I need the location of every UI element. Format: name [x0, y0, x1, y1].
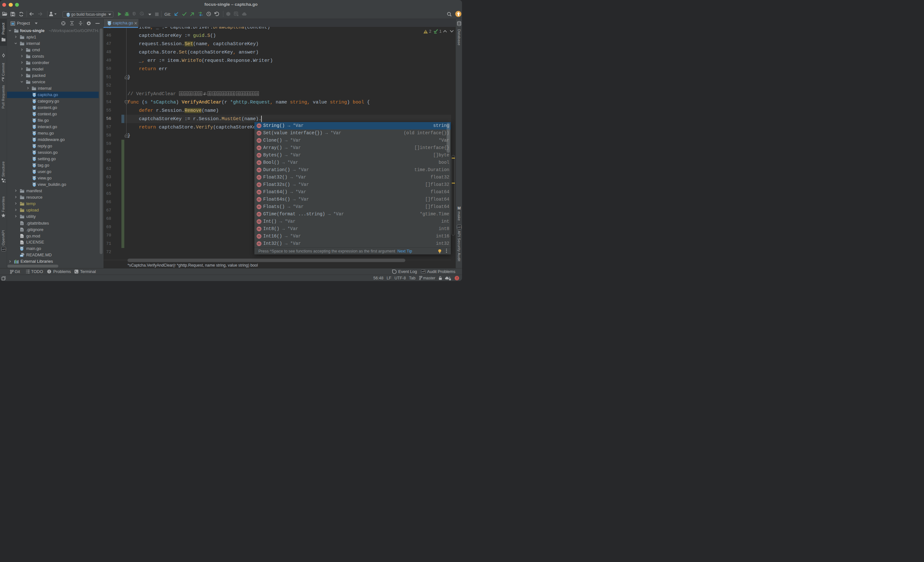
svg-text:/API: /API [2, 248, 6, 250]
svg-text:MD: MD [20, 255, 23, 257]
svg-text:/API: /API [422, 271, 425, 273]
svg-text:/API: /API [458, 226, 461, 228]
